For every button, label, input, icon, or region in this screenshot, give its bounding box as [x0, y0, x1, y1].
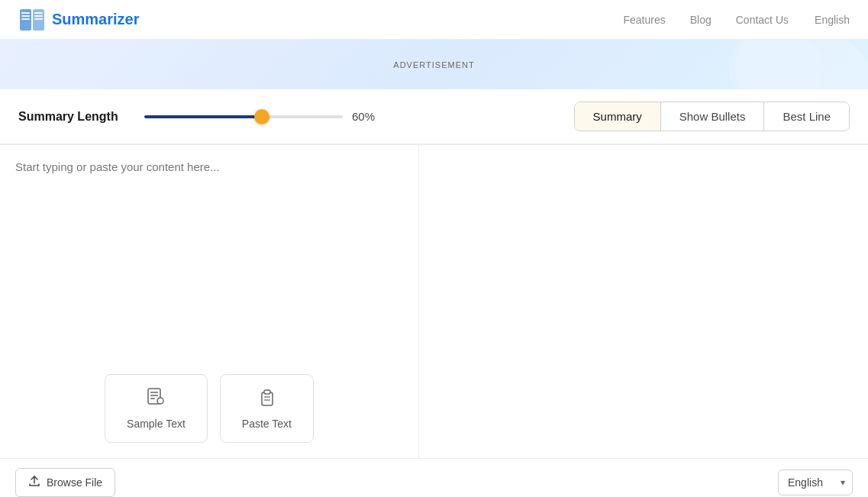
mode-btn-bestline[interactable]: Best Line: [764, 102, 849, 131]
top-ad-label: ADVERTISEMENT: [393, 60, 474, 69]
svg-rect-2: [21, 12, 30, 14]
sample-text-icon: [146, 387, 166, 411]
mode-btn-bullets[interactable]: Show Bullets: [661, 102, 765, 131]
logo-icon: [18, 6, 46, 34]
svg-rect-5: [34, 12, 43, 14]
browse-file-button[interactable]: Browse File: [15, 468, 115, 497]
navbar: Summarizer Features Blog Contact Us Engl…: [0, 0, 868, 40]
top-ad-banner: ADVERTISEMENT: [0, 40, 868, 89]
text-input[interactable]: [0, 145, 418, 359]
nav-blog[interactable]: Blog: [690, 14, 712, 26]
paste-text-label: Paste Text: [242, 418, 292, 430]
slider-value: 60%: [352, 110, 382, 123]
upload-icon: [28, 475, 40, 490]
svg-point-12: [157, 398, 163, 404]
svg-rect-4: [21, 18, 30, 20]
mode-buttons: Summary Show Bullets Best Line: [574, 102, 850, 131]
browse-file-label: Browse File: [47, 476, 102, 489]
sample-text-button[interactable]: Sample Text: [105, 374, 208, 443]
brand-name: Summarizer: [52, 11, 140, 28]
nav-login[interactable]: English: [815, 14, 850, 26]
bottom-bar: Browse File English Spanish French Germa…: [0, 458, 868, 497]
summary-length-slider[interactable]: [144, 115, 343, 118]
controls-bar: Summary Length 60% Summary Show Bullets …: [0, 89, 868, 144]
nav-links: Features Blog Contact Us: [623, 14, 789, 26]
language-selector-wrap: English Spanish French German Chinese ▾: [778, 470, 853, 495]
paste-text-button[interactable]: Paste Text: [220, 374, 314, 443]
input-panel: Sample Text Paste Text: [0, 145, 419, 458]
editor-area: Sample Text Paste Text: [0, 144, 868, 458]
mode-btn-summary[interactable]: Summary: [575, 102, 661, 131]
slider-container: 60%: [144, 110, 389, 123]
language-select[interactable]: English Spanish French German Chinese: [778, 470, 853, 495]
action-buttons-area: Sample Text Paste Text: [0, 359, 418, 458]
svg-rect-14: [264, 390, 270, 394]
nav-features[interactable]: Features: [623, 14, 665, 26]
nav-contact[interactable]: Contact Us: [736, 14, 789, 26]
summary-length-label: Summary Length: [18, 110, 129, 124]
svg-rect-3: [21, 15, 30, 17]
svg-rect-6: [34, 15, 43, 17]
paste-text-icon: [257, 387, 276, 411]
logo[interactable]: Summarizer: [18, 6, 140, 34]
sample-text-label: Sample Text: [127, 418, 186, 430]
svg-rect-7: [34, 18, 43, 20]
output-panel: [419, 145, 868, 458]
main-container: Summary Length 60% Summary Show Bullets …: [0, 89, 868, 497]
